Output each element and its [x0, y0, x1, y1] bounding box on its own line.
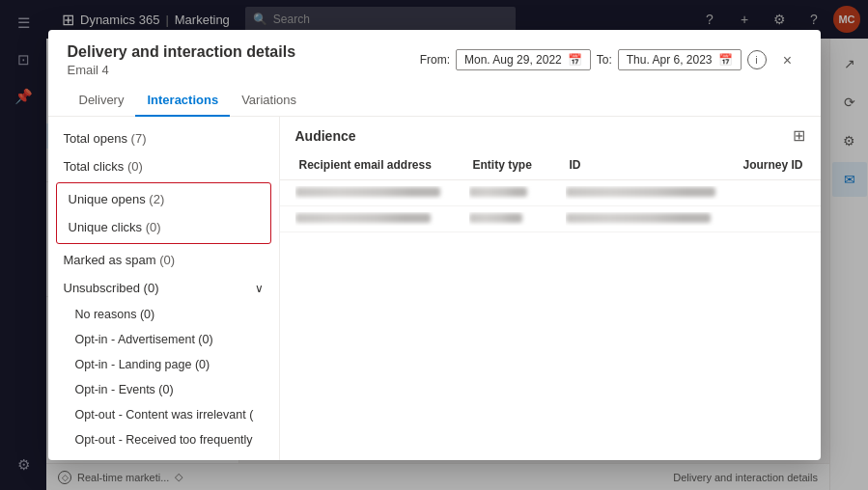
stat-spam-label: Marked as spam	[64, 253, 160, 267]
modal-title: Delivery and interaction details	[68, 43, 296, 61]
selected-stat-group: Unique opens (2) Unique clicks (0)	[56, 182, 271, 244]
modal-dialog: Delivery and interaction details Email 4…	[48, 30, 821, 460]
date-to-label: To:	[597, 53, 612, 67]
td-id-1	[566, 186, 740, 200]
tab-interactions[interactable]: Interactions	[135, 85, 230, 117]
modal-subtitle: Email 4	[68, 63, 296, 77]
audience-header: Audience ⊞	[280, 117, 821, 150]
modal-tabs: Delivery Interactions Variations	[48, 85, 821, 117]
date-to-field[interactable]: Thu. Apr 6, 2023 📅	[618, 49, 742, 70]
sub-item-opt-in-events[interactable]: Opt-in - Events (0)	[48, 377, 279, 402]
table-header-row: Recipient email address Entity type ID J…	[280, 150, 821, 180]
stat-total-clicks-count: (0)	[127, 159, 143, 174]
sub-item-no-reasons[interactable]: No reasons (0)	[48, 302, 279, 327]
unsubscribed-chevron-icon: ∨	[255, 282, 264, 295]
sub-item-opt-in-ad[interactable]: Opt-in - Advertisement (0)	[48, 327, 279, 352]
stat-total-opens-count: (7)	[131, 131, 147, 146]
modal-stats-panel: Total opens (7) Total clicks (0) Unique …	[48, 117, 280, 460]
sub-item-opt-out-irrelevant[interactable]: Opt-out - Content was irrelevant (	[48, 402, 279, 427]
td-email-2	[295, 212, 469, 226]
unsubscribed-header[interactable]: Unsubscribed (0) ∨	[48, 274, 279, 302]
modal-header: Delivery and interaction details Email 4…	[48, 30, 821, 85]
calendar-from-icon: 📅	[568, 53, 582, 67]
unsubscribed-label: Unsubscribed (0)	[64, 281, 159, 295]
modal-overlay: Delivery and interaction details Email 4…	[0, 0, 868, 490]
info-icon[interactable]: i	[747, 50, 767, 69]
tab-variations[interactable]: Variations	[230, 85, 308, 117]
stat-unique-opens[interactable]: Unique opens (2)	[57, 185, 270, 213]
audience-copy-icon[interactable]: ⊞	[793, 126, 805, 145]
audience-title: Audience	[295, 128, 356, 144]
th-recipient-email: Recipient email address	[295, 150, 469, 179]
table-row[interactable]	[280, 180, 821, 206]
blurred-entity-2	[469, 213, 522, 223]
stat-unique-opens-count: (2)	[149, 192, 164, 206]
audience-table: Recipient email address Entity type ID J…	[280, 150, 821, 460]
stat-unique-opens-label: Unique opens	[69, 192, 150, 206]
date-to-value: Thu. Apr 6, 2023	[627, 53, 713, 67]
stat-unique-clicks-count: (0)	[146, 220, 161, 234]
td-entity-1	[469, 186, 566, 200]
table-row[interactable]	[280, 206, 821, 232]
blurred-email-2	[295, 213, 431, 223]
sub-item-opt-out-frequent[interactable]: Opt-out - Received too frequently	[48, 427, 279, 452]
sub-item-opt-in-landing[interactable]: Opt-in - Landing page (0)	[48, 352, 279, 377]
stat-total-clicks[interactable]: Total clicks (0)	[48, 152, 279, 180]
stat-total-opens[interactable]: Total opens (7)	[48, 124, 279, 152]
date-from-value: Mon. Aug 29, 2022	[464, 53, 562, 67]
tab-delivery[interactable]: Delivery	[68, 85, 136, 117]
modal-audience-panel: Audience ⊞ Recipient email address Entit…	[280, 117, 821, 460]
td-id-2	[566, 212, 740, 226]
th-entity-type: Entity type	[469, 150, 566, 179]
blurred-entity-1	[469, 187, 527, 197]
th-journey-id: Journey ID	[740, 150, 821, 179]
modal-body: Total opens (7) Total clicks (0) Unique …	[48, 117, 821, 460]
stat-total-clicks-label: Total clicks	[64, 159, 127, 174]
stat-total-opens-label: Total opens	[64, 131, 131, 146]
blurred-id-1	[566, 187, 715, 197]
td-email-1	[295, 186, 469, 200]
stat-unique-clicks[interactable]: Unique clicks (0)	[57, 213, 270, 241]
blurred-email-1	[295, 187, 440, 197]
modal-title-area: Delivery and interaction details Email 4	[68, 43, 296, 85]
th-id: ID	[566, 150, 740, 179]
blurred-id-2	[566, 213, 711, 223]
date-from-field[interactable]: Mon. Aug 29, 2022 📅	[456, 49, 591, 70]
date-from-label: From:	[420, 53, 450, 67]
modal-close-button[interactable]: ×	[774, 47, 801, 74]
unsubscribed-sub-items: No reasons (0) Opt-in - Advertisement (0…	[48, 302, 279, 452]
calendar-to-icon: 📅	[718, 53, 733, 67]
stat-unique-clicks-label: Unique clicks	[69, 220, 146, 234]
stat-spam-count: (0)	[159, 253, 175, 267]
td-entity-2	[469, 212, 566, 226]
stat-marked-spam[interactable]: Marked as spam (0)	[48, 246, 279, 274]
